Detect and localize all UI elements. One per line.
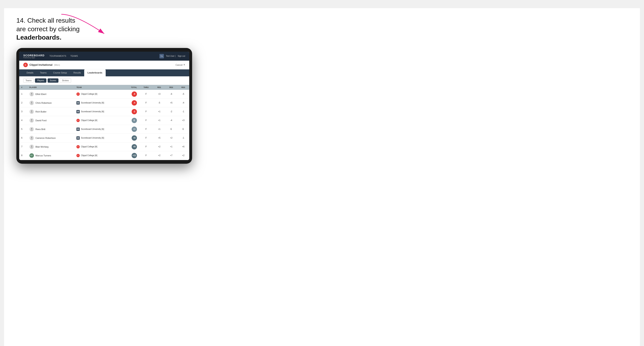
tab-results[interactable]: Results xyxy=(70,69,84,76)
rd3-cell: +2 xyxy=(177,151,189,160)
thru-cell: F xyxy=(139,142,153,151)
svg-point-25 xyxy=(31,146,32,147)
nav-right: TU Test User | Sign out xyxy=(160,54,185,58)
rank-cell: 7 xyxy=(19,142,28,151)
player-avatar xyxy=(30,127,34,132)
rd3-cell: E xyxy=(177,125,189,134)
instruction-line1: 14. Check all results xyxy=(16,17,75,24)
svg-point-20 xyxy=(31,137,32,138)
score-badge: +11 xyxy=(132,153,137,158)
svg-point-1 xyxy=(31,93,32,94)
tab-leaderboards[interactable]: Leaderboards xyxy=(84,69,106,76)
player-cell: Rees Britt xyxy=(28,125,74,134)
player-name: Marcus Turners xyxy=(36,154,51,157)
tablet-device: SCOREBOARD Powered by clippd TOURNAMENTS… xyxy=(16,48,192,164)
user-icon: TU xyxy=(160,54,164,58)
table-row: 6Cameron RobertsonScoreboard University … xyxy=(19,134,189,142)
nav-tournaments[interactable]: TOURNAMENTS xyxy=(50,54,66,58)
rd1-cell: +1 xyxy=(153,116,165,125)
team-cell: Scoreboard University [A] xyxy=(74,107,124,116)
table-row: 2Chris RobertsonScoreboard University [A… xyxy=(19,98,189,107)
tab-course-setup[interactable]: Course Setup xyxy=(50,69,70,76)
logo-main: SCOREBOARD xyxy=(23,54,44,57)
rd3-cell: +3 xyxy=(177,116,189,125)
player-avatar xyxy=(30,118,34,123)
tab-teams[interactable]: Teams xyxy=(37,69,50,76)
svg-rect-11 xyxy=(77,111,79,112)
team-name: Clippd College [A] xyxy=(81,146,97,148)
team-name: Scoreboard University [A] xyxy=(81,137,104,139)
svg-point-2 xyxy=(31,94,33,96)
filter-players[interactable]: Players xyxy=(35,78,46,83)
score-badge: -4 xyxy=(132,100,137,106)
team-cell: Scoreboard University [A] xyxy=(74,134,124,142)
team-cell: CClippd College [A] xyxy=(74,116,124,125)
svg-point-9 xyxy=(31,112,33,113)
team-icon-s xyxy=(76,110,80,113)
svg-rect-7 xyxy=(77,103,79,104)
rank-cell: 8 xyxy=(19,151,28,160)
svg-point-14 xyxy=(31,121,33,122)
team-icon-c: C xyxy=(76,145,80,148)
filter-scores[interactable]: Scores xyxy=(48,78,58,83)
filter-strokes[interactable]: Strokes xyxy=(60,78,71,83)
team-cell: Scoreboard University [A] xyxy=(74,125,124,134)
total-cell: +11 xyxy=(124,151,139,160)
rd3-cell: -1 xyxy=(177,134,189,142)
total-cell: -8 xyxy=(124,90,139,99)
tournament-icon: C xyxy=(23,63,28,67)
table-row: 1Elliot EbertCClippd College [A]-8F+3-6-… xyxy=(19,90,189,99)
player-cell: MTMarcus Turners xyxy=(28,151,74,160)
nav-signout[interactable]: Sign out xyxy=(178,55,185,57)
total-cell: +9 xyxy=(124,142,139,151)
nav-teams[interactable]: TEAMS xyxy=(70,54,78,58)
tab-details[interactable]: Details xyxy=(23,69,37,76)
nav-links: TOURNAMENTS TEAMS xyxy=(50,54,160,58)
player-name: Rees Britt xyxy=(36,128,45,131)
rd1-cell: +5 xyxy=(153,134,165,142)
svg-rect-18 xyxy=(77,129,79,129)
player-cell: Blair McHarg xyxy=(28,142,74,151)
svg-point-3 xyxy=(31,102,32,103)
rank-cell: 3 xyxy=(19,107,28,116)
thru-cell: F xyxy=(139,107,153,116)
team-icon-c: C xyxy=(76,92,80,96)
rank-cell: 5 xyxy=(19,125,28,134)
filter-teams[interactable]: Teams xyxy=(23,78,34,83)
rank-cell: 6 xyxy=(19,134,28,142)
team-name: Scoreboard University [A] xyxy=(81,128,104,130)
team-name: Clippd College [A] xyxy=(81,119,97,122)
svg-point-16 xyxy=(31,129,33,131)
rd1-cell: +1 xyxy=(153,125,165,134)
player-cell: Rich Butler xyxy=(28,107,74,116)
table-row: 5Rees BrittScoreboard University [A]+1F+… xyxy=(19,125,189,134)
col-rd3: RD3 xyxy=(177,85,189,90)
player-name: David Ford xyxy=(36,119,46,122)
rd2-cell: +1 xyxy=(165,142,177,151)
tournament-title-area: C Clippd Invitational (Men) xyxy=(23,63,60,67)
cancel-button[interactable]: Cancel ✕ xyxy=(176,63,185,66)
team-cell: CClippd College [A] xyxy=(74,151,124,160)
team-cell: Scoreboard University [A] xyxy=(74,98,124,107)
player-cell: Elliot Ebert xyxy=(28,90,74,99)
thru-cell: F xyxy=(139,125,153,134)
player-avatar xyxy=(30,92,34,96)
cancel-label: Cancel xyxy=(176,64,182,66)
player-avatar xyxy=(30,136,34,140)
team-icon-c: C xyxy=(76,154,80,157)
svg-rect-6 xyxy=(77,103,79,103)
svg-point-13 xyxy=(31,119,32,120)
svg-rect-17 xyxy=(77,128,79,129)
svg-rect-19 xyxy=(77,130,79,130)
svg-rect-22 xyxy=(77,137,79,138)
thru-cell: F xyxy=(139,90,153,99)
rd2-cell: E xyxy=(165,125,177,134)
svg-point-15 xyxy=(31,128,32,129)
team-cell: CClippd College [A] xyxy=(74,142,124,151)
rd1-cell: +1 xyxy=(153,107,165,116)
col-rd1: RD1 xyxy=(153,85,165,90)
player-name: Cameron Robertson xyxy=(36,137,56,139)
thru-cell: F xyxy=(139,98,153,107)
rank-cell: 2 xyxy=(19,98,28,107)
score-badge: E xyxy=(132,118,137,123)
